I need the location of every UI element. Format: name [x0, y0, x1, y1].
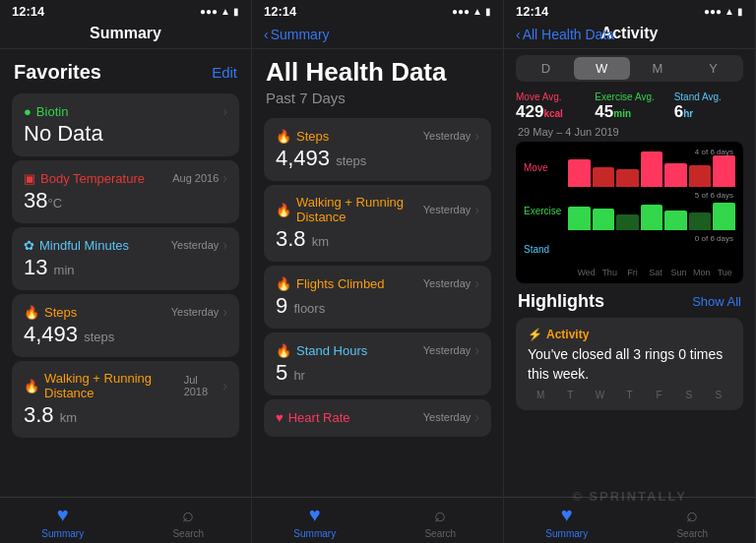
heart-rate-chevron: ›: [474, 409, 479, 425]
health-item-heart-rate[interactable]: ♥ Heart Rate Yesterday ›: [264, 399, 491, 437]
steps-meta-p1: Yesterday: [171, 306, 220, 318]
status-bar-3: 12:14 ●●● ▲ ▮: [504, 0, 755, 21]
back-button-2[interactable]: ‹ Summary: [264, 27, 330, 42]
flights-meta: Yesterday: [423, 277, 472, 289]
ex-bar-1: [593, 209, 615, 230]
tab-summary-label-2: Summary: [293, 528, 336, 539]
steps-value-p1: 4,493 steps: [24, 322, 227, 347]
walk-value-p1: 3.8 km: [24, 402, 227, 428]
health-item-biotin[interactable]: ● Biotin › No Data: [12, 93, 239, 156]
show-all-button[interactable]: Show All: [692, 294, 741, 309]
hday-t2: T: [616, 390, 642, 400]
tab-summary-1[interactable]: ♥ Summary: [0, 504, 126, 539]
tab-year[interactable]: Y: [685, 57, 741, 80]
body-temp-meta: Aug 2016: [172, 172, 219, 184]
move-bar-5: [689, 165, 712, 187]
move-bar-1: [593, 167, 615, 187]
steps-icon-p1: 🔥: [24, 305, 39, 320]
tab-month[interactable]: M: [630, 57, 686, 80]
exercise-label: Exercise Avg.: [595, 91, 663, 102]
stand-value: 5 hr: [276, 360, 479, 386]
past-days: Past 7 Days: [252, 88, 503, 114]
chevron-left-icon-3: ‹: [516, 27, 521, 42]
tab-summary-2[interactable]: ♥ Summary: [252, 504, 378, 539]
status-time-3: 12:14: [516, 4, 548, 19]
health-item-mindful[interactable]: ✿ Mindful Minutes Yesterday › 13 min: [12, 227, 239, 290]
ex-bar-2: [616, 214, 639, 230]
mindful-icon: ✿: [24, 238, 34, 253]
walk-chevron-p1: ›: [222, 378, 227, 393]
tab-summary-3[interactable]: ♥ Summary: [504, 504, 630, 539]
walk-meta-p1: Jul 2018: [184, 374, 220, 397]
tab-search-1[interactable]: ⌕ Search: [126, 504, 252, 539]
chevron-left-icon-2: ‹: [264, 27, 269, 42]
steps-value-p2: 4,493 steps: [276, 146, 479, 171]
move-bar-6: [713, 155, 735, 187]
steps-meta-p2: Yesterday: [423, 130, 472, 142]
walk-chevron-p2: ›: [474, 202, 479, 217]
hday-t1: T: [557, 390, 583, 400]
highlight-category: ⚡ Activity: [528, 328, 731, 341]
flights-value: 9 floors: [276, 293, 479, 319]
day-fri: Fri: [622, 268, 643, 277]
day-sat: Sat: [645, 268, 665, 277]
status-icons-3: ●●● ▲ ▮: [704, 6, 743, 17]
body-temp-name: ▣ Body Temperature: [24, 171, 145, 186]
battery-icon-3: ▮: [737, 6, 743, 17]
mindful-chevron: ›: [222, 237, 227, 253]
highlight-days: M T W T F S S: [528, 390, 731, 400]
nav-title-1: Summary: [90, 25, 161, 41]
steps-icon-p2: 🔥: [276, 129, 291, 144]
health-item-walk-p1[interactable]: 🔥 Walking + Running Distance Jul 2018 › …: [12, 361, 239, 438]
walk-icon-p2: 🔥: [276, 203, 291, 217]
body-temp-chevron: ›: [222, 170, 227, 186]
move-chart-label: Move: [524, 162, 568, 173]
mindful-value: 13 min: [24, 255, 227, 280]
health-item-walk-p2[interactable]: 🔥 Walking + Running Distance Yesterday ›…: [264, 185, 491, 262]
tab-search-3[interactable]: ⌕ Search: [630, 504, 756, 539]
body-temp-value: 38°C: [24, 188, 227, 213]
move-bar-3: [641, 151, 663, 187]
move-label: Move Avg.: [516, 91, 585, 102]
day-wed: Wed: [576, 268, 597, 277]
stand-chart-label: Stand: [524, 244, 568, 255]
hday-s2: S: [706, 390, 731, 400]
health-item-body-temp[interactable]: ▣ Body Temperature Aug 2016 › 38°C: [12, 160, 239, 223]
health-item-flights[interactable]: 🔥 Flights Climbed Yesterday › 9 floors: [264, 266, 491, 329]
hday-s1: S: [676, 390, 702, 400]
walk-name-p2: 🔥 Walking + Running Distance: [276, 195, 423, 224]
activity-chart: Move 4 of 6 days Exercise: [516, 142, 743, 283]
tab-search-2[interactable]: ⌕ Search: [378, 504, 504, 539]
health-item-steps-p2[interactable]: 🔥 Steps Yesterday › 4,493 steps: [264, 118, 491, 181]
tab-search-label-3: Search: [676, 528, 708, 539]
day-thu: Thu: [598, 268, 619, 277]
highlight-card-activity[interactable]: ⚡ Activity You've closed all 3 rings 0 t…: [516, 318, 743, 410]
back-button-3[interactable]: ‹ All Health Data: [516, 27, 614, 42]
panel3-content: D W M Y Move Avg. 429kcal Exercise Avg. …: [504, 49, 755, 497]
lightning-icon: ⚡: [528, 328, 542, 341]
biotin-icon: ●: [24, 104, 32, 119]
nav-header-3: ‹ All Health Data Activity: [504, 21, 755, 49]
day-mon: Mon: [691, 268, 712, 277]
status-time-1: 12:14: [12, 4, 44, 19]
stand-meta: Yesterday: [423, 344, 472, 356]
health-item-stand[interactable]: 🔥 Stand Hours Yesterday › 5 hr: [264, 332, 491, 395]
ex-bar-5: [689, 212, 712, 230]
time-tabs: D W M Y: [516, 55, 743, 82]
biotin-chevron: ›: [222, 103, 227, 119]
move-stat: Move Avg. 429kcal: [516, 91, 585, 122]
status-time-2: 12:14: [264, 4, 296, 19]
tab-week[interactable]: W: [574, 57, 630, 80]
health-item-steps-p1[interactable]: 🔥 Steps Yesterday › 4,493 steps: [12, 294, 239, 357]
flights-icon: 🔥: [276, 276, 291, 291]
tab-day[interactable]: D: [518, 57, 574, 80]
search-icon-3: ⌕: [686, 504, 698, 526]
signal-icon-3: ●●●: [704, 6, 722, 17]
walk-name-p1: 🔥 Walking + Running Distance: [24, 371, 184, 400]
move-bars: 4 of 6 days: [568, 148, 735, 187]
body-temp-icon: ▣: [24, 171, 35, 186]
move-bar-4: [664, 163, 687, 187]
exercise-bars: 5 of 6 days: [568, 191, 735, 230]
tab-summary-label-3: Summary: [545, 528, 588, 539]
edit-button[interactable]: Edit: [212, 64, 237, 81]
